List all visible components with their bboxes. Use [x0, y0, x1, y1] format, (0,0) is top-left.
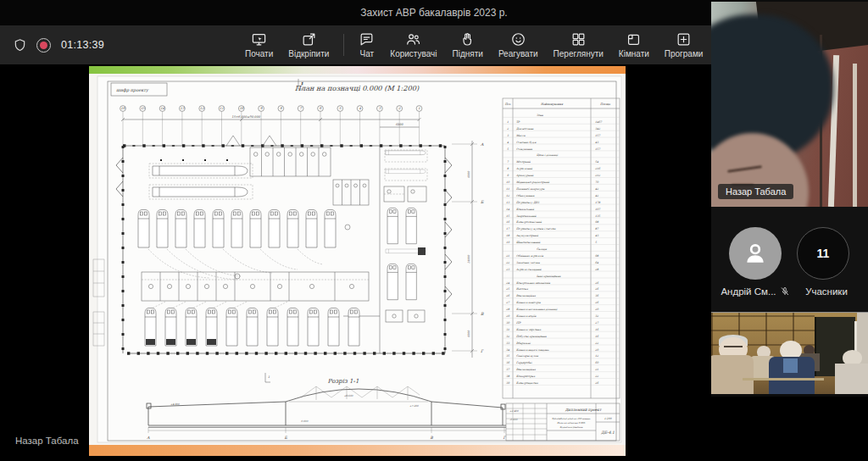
- toolbar-separator: [343, 34, 344, 56]
- chat-icon: [359, 31, 375, 47]
- participants-count: 11: [817, 247, 830, 260]
- bottom-gradient-band: [89, 445, 626, 456]
- share-screen-button[interactable]: Почати: [237, 25, 281, 64]
- svg-text:Кімната чергових: Кімната чергових: [516, 328, 542, 331]
- svg-text:107: 107: [595, 208, 601, 211]
- svg-text:1: 1: [507, 120, 509, 124]
- chat-button[interactable]: Чат: [351, 25, 382, 64]
- svg-text:Шиномонтажний: Шиномонтажний: [516, 241, 541, 244]
- video-tile-room[interactable]: [711, 312, 868, 394]
- apps-button[interactable]: Програми: [657, 25, 711, 64]
- top-gradient-band: [89, 66, 626, 74]
- svg-text:342: 342: [595, 127, 601, 131]
- svg-text:14: 14: [160, 106, 164, 110]
- svg-text:Гардеробні: Гардеробні: [516, 361, 532, 364]
- svg-text:+7.200: +7.200: [409, 404, 420, 408]
- svg-text:Агрегатний: Агрегатний: [516, 167, 533, 170]
- svg-text:Обкатування: Обкатування: [516, 194, 535, 197]
- video2-desk-edge: [743, 378, 824, 380]
- svg-text:Площа: Площа: [600, 103, 610, 106]
- svg-text:31: 31: [506, 328, 509, 331]
- svg-text:Тролейбусне депо на 150 машин.: Тролейбусне депо на 150 машин.: [552, 417, 591, 420]
- grid-view-icon: [570, 31, 587, 47]
- meeting-window: Захист АВР бакалаврів 2023 р. 01:13:39: [0, 0, 868, 461]
- svg-text:Діагностики: Діагностики: [516, 127, 534, 131]
- participant-avatar[interactable]: [729, 227, 782, 280]
- svg-text:Очікування: Очікування: [516, 147, 533, 151]
- svg-text:План на позначці 0.000.: План на позначці 0.000.: [557, 422, 586, 425]
- svg-text:1467: 1467: [595, 120, 603, 124]
- svg-text:По ремонту ДВЗ: По ремонту ДВЗ: [516, 201, 540, 204]
- window-title: Захист АВР бакалаврів 2023 р.: [360, 7, 507, 19]
- svg-text:24000: 24000: [467, 254, 470, 264]
- svg-text:6000: 6000: [467, 170, 470, 178]
- apps-plus-icon: [676, 31, 692, 47]
- svg-text:Санітарні вузли: Санітарні вузли: [516, 354, 539, 358]
- participants-icon: [405, 31, 421, 47]
- svg-text:+2.400: +2.400: [509, 409, 520, 413]
- svg-text:Інші приміщення: Інші приміщення: [537, 275, 561, 278]
- svg-text:Очисних буд-в: Очисних буд-в: [516, 141, 537, 144]
- svg-text:Насосна: Насосна: [516, 287, 528, 291]
- svg-text:178: 178: [595, 201, 601, 204]
- video2-person-center-collar: [783, 358, 798, 373]
- svg-text:16: 16: [121, 106, 125, 110]
- raise-hand-button[interactable]: Підняти: [445, 25, 491, 64]
- video-sidebar: Назар Табала Андрій См... 11 Учасники: [711, 0, 868, 397]
- raise-hand-icon: [459, 31, 476, 47]
- video1-light-slit: [853, 64, 857, 207]
- svg-text:10: 10: [239, 106, 243, 110]
- svg-text:6000: 6000: [396, 123, 403, 126]
- svg-text:Кімната видачі завдань: Кімната видачі завдань: [516, 348, 549, 352]
- breakout-rooms-button[interactable]: Кімнати: [611, 25, 657, 64]
- reactions-button[interactable]: Реагувати: [491, 25, 546, 64]
- video1-name-badge: Назар Табала: [718, 184, 793, 199]
- svg-text:15: 15: [141, 106, 145, 110]
- recording-indicator-icon[interactable]: [36, 38, 51, 53]
- title-block-doc: Дипломний проект: [565, 408, 602, 412]
- person-icon: [741, 239, 770, 268]
- smiley-icon: [510, 31, 526, 47]
- shared-slide: шифр проекту План на позначці 0.000 (М 1…: [89, 66, 626, 456]
- unpin-button[interactable]: Відкріпити: [281, 25, 337, 64]
- svg-text:шифр проекту: шифр проекту: [116, 87, 149, 93]
- svg-text:Вбиральні: Вбиральні: [516, 342, 531, 345]
- svg-text:Вентиляційна: Вентиляційна: [516, 294, 536, 297]
- svg-text:21: 21: [595, 368, 598, 371]
- plan-title: План на позначці 0.000 (М 1:200): [295, 84, 420, 92]
- svg-text:Паливної апаратури: Паливної апаратури: [516, 187, 545, 191]
- video2-person-left-body: [711, 355, 754, 394]
- svg-text:1: 1: [268, 375, 270, 379]
- svg-text:Електротехнічний: Електротехнічний: [516, 220, 542, 224]
- participants-count-tile[interactable]: 11: [797, 227, 849, 280]
- svg-text:6000: 6000: [467, 330, 470, 337]
- participants-count-label: Учасники: [805, 286, 848, 297]
- video2-person-left-glasses: [724, 346, 743, 347]
- svg-text:-0.600: -0.600: [509, 418, 518, 421]
- svg-text:Запасних частин: Запасних частин: [516, 261, 541, 264]
- recording-timer: 01:13:39: [61, 39, 104, 51]
- share-screen-icon: [251, 31, 267, 47]
- svg-text:Будівельні рішення: Будівельні рішення: [560, 426, 583, 429]
- svg-text:А: А: [481, 142, 484, 147]
- security-shield-icon[interactable]: [12, 37, 28, 53]
- svg-text:Компресорна: Компресорна: [516, 375, 535, 378]
- svg-text:15×6.000=90.000: 15×6.000=90.000: [231, 115, 260, 119]
- svg-text:13: 13: [180, 106, 184, 110]
- participants-count-label-row: Учасники: [787, 286, 865, 297]
- svg-text:По ремонту кузовів і систем: По ремонту кузовів і систем: [516, 227, 556, 230]
- participants-button[interactable]: Користувачі: [382, 25, 444, 64]
- svg-text:ІТР: ІТР: [516, 321, 521, 325]
- video-tile-nazar[interactable]: Назар Табала: [711, 2, 868, 207]
- svg-text:Цехи і дільниці: Цехи і дільниці: [537, 153, 559, 157]
- svg-text:12: 12: [200, 106, 204, 110]
- title-block-code: ДЕ-4.1: [601, 430, 615, 435]
- svg-text:Вентиляційна: Вентиляційна: [516, 368, 536, 371]
- svg-text:+9.600: +9.600: [344, 394, 354, 397]
- view-button[interactable]: Переглянути: [546, 25, 611, 64]
- svg-text:Кімната водіїв: Кімната водіїв: [516, 314, 537, 318]
- participant-name: Андрій См...: [721, 286, 776, 297]
- svg-text:11: 11: [506, 187, 509, 191]
- svg-text:Зони: Зони: [537, 114, 544, 117]
- participant-name-row: Андрій См...: [716, 286, 794, 297]
